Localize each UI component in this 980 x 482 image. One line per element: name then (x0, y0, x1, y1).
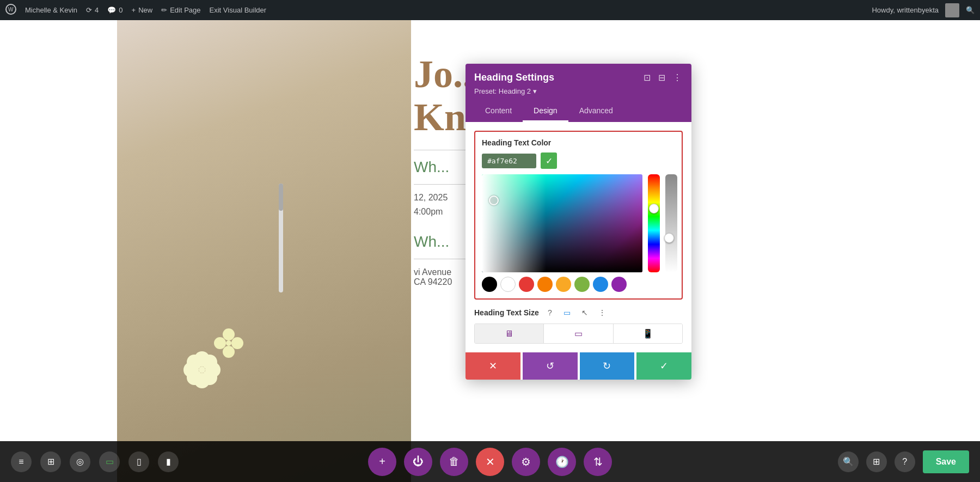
swatch-green[interactable] (574, 277, 590, 292)
panel-tabs: Content Design Advanced (474, 101, 683, 122)
photo-background (117, 20, 411, 482)
swatch-blue[interactable] (593, 277, 608, 292)
main-content: Jo... Kn... Wh... 12, 2025 4:00pm Wh... … (0, 20, 980, 482)
admin-bar: W Michelle & Kevin ⟳ 4 💬 0 + New ✏ Edit … (0, 0, 980, 20)
hue-slider-handle[interactable] (649, 204, 659, 213)
desktop-icon: 🖥 (505, 329, 513, 339)
trash-btn[interactable]: 🗑 (440, 448, 468, 476)
pencil-icon: ✏ (161, 6, 167, 14)
settings-btn[interactable]: ⚙ (512, 448, 540, 476)
color-gradient-picker[interactable] (482, 174, 642, 272)
preset-chevron-icon: ▾ (533, 87, 537, 95)
revisions-btn[interactable]: ⟳ 4 (86, 6, 99, 14)
panel-redo-btn[interactable]: ↻ (580, 352, 635, 380)
history-icon: 🕐 (555, 455, 569, 468)
color-section-label: Heading Text Color (482, 138, 675, 147)
alpha-slider-col (663, 174, 675, 272)
size-section: Heading Text Size ? ▭ ↖ ⋮ 🖥 ▭ 📱 (474, 306, 683, 344)
bottom-toolbar: ≡ ⊞ ◎ ▭ ▯ ▮ + ⏻ 🗑 ✕ ⚙ (0, 441, 980, 482)
right-sliders (648, 174, 675, 272)
new-btn[interactable]: + New (132, 6, 153, 14)
close-icon: ✕ (486, 455, 495, 468)
left-white-area (0, 20, 117, 482)
menu-icon: ≡ (19, 457, 23, 467)
revisions-icon: ⟳ (86, 6, 92, 14)
toolbar-search-btn[interactable]: ◎ (70, 452, 90, 472)
panel-title: Heading Settings (474, 72, 554, 83)
size-cursor-icon[interactable]: ↖ (578, 306, 591, 319)
mobile-icon: 📱 (642, 328, 653, 339)
toolbar-right: 🔍 ⊞ ? Save (838, 450, 969, 473)
power-btn[interactable]: ⏻ (404, 448, 432, 476)
panel-confirm-btn[interactable]: ✓ (636, 352, 691, 380)
alpha-slider-track[interactable] (665, 174, 677, 272)
color-picker-section: Heading Text Color ✓ (474, 131, 683, 300)
color-confirm-btn[interactable]: ✓ (541, 152, 557, 169)
howdy-label: Howdy, writtenbyekta (872, 6, 939, 14)
admin-search-icon[interactable]: 🔍 (966, 6, 975, 14)
panel-actions: ✕ ↺ ↻ ✓ (465, 352, 691, 380)
toolbar-menu-btn[interactable]: ≡ (11, 452, 32, 472)
search-right-icon: 🔍 (843, 456, 854, 467)
toolbar-help-btn[interactable]: ? (895, 452, 915, 472)
swatch-red[interactable] (519, 277, 534, 292)
size-more-icon[interactable]: ⋮ (596, 306, 609, 319)
hue-slider-col (648, 174, 660, 272)
exit-builder-btn[interactable]: Exit Visual Builder (210, 6, 267, 14)
desktop-device-btn[interactable]: 🖥 (475, 324, 544, 343)
history-btn[interactable]: 🕐 (548, 448, 576, 476)
tablet-device-btn[interactable]: ▭ (544, 324, 613, 343)
panel-undo-btn[interactable]: ↺ (523, 352, 578, 380)
color-hex-input[interactable] (482, 154, 536, 168)
responsive-btn[interactable]: ⇅ (584, 448, 612, 476)
color-swatches (482, 277, 675, 292)
toolbar-tablet-btn[interactable]: ▯ (128, 452, 149, 472)
toolbar-center: + ⏻ 🗑 ✕ ⚙ 🕐 ⇅ (368, 448, 612, 476)
panel-header: Heading Settings ⊡ ⊟ ⋮ Preset: Heading 2… (465, 64, 691, 122)
size-section-label: Heading Text Size (474, 308, 539, 317)
tab-advanced[interactable]: Advanced (568, 101, 624, 122)
swatch-black[interactable] (482, 277, 497, 292)
save-button[interactable]: Save (923, 450, 969, 473)
add-module-btn[interactable]: + (368, 448, 396, 476)
panel-cancel-btn[interactable]: ✕ (465, 352, 520, 380)
color-input-row: ✓ (482, 152, 675, 169)
grid-icon: ⊞ (47, 456, 54, 467)
swatch-purple[interactable] (611, 277, 627, 292)
toolbar-desktop-btn[interactable]: ▭ (99, 452, 120, 472)
mobile-device-btn[interactable]: 📱 (614, 324, 682, 343)
plus-toolbar-icon: + (379, 455, 385, 468)
tab-design[interactable]: Design (523, 101, 568, 122)
edit-page-btn[interactable]: ✏ Edit Page (161, 6, 200, 14)
plus-icon: + (132, 6, 136, 14)
toolbar-search-right-btn[interactable]: 🔍 (838, 452, 859, 472)
color-picker-handle[interactable] (489, 196, 499, 205)
panel-expand-btn[interactable]: ⊡ (642, 71, 652, 84)
close-toolbar-btn[interactable]: ✕ (476, 448, 504, 476)
scrollbar-track (279, 184, 283, 292)
mobile-toolbar-icon: ▮ (166, 456, 171, 467)
tablet-icon: ▭ (574, 328, 583, 339)
comments-btn[interactable]: 💬 0 (107, 6, 122, 14)
toolbar-layers-btn[interactable]: ⊞ (866, 452, 887, 472)
alpha-slider-handle[interactable] (664, 233, 674, 243)
wp-logo-icon: W (5, 4, 16, 16)
toolbar-mobile-btn[interactable]: ▮ (158, 452, 179, 472)
panel-preset[interactable]: Preset: Heading 2 ▾ (474, 87, 683, 95)
size-help-icon[interactable]: ? (543, 306, 556, 319)
swatch-orange[interactable] (537, 277, 553, 292)
panel-title-icons: ⊡ ⊟ ⋮ (642, 71, 683, 84)
scrollbar-thumb[interactable] (279, 184, 283, 211)
panel-more-btn[interactable]: ⋮ (672, 71, 683, 84)
hue-slider-track[interactable] (648, 174, 660, 272)
panel-collapse-btn[interactable]: ⊟ (657, 71, 666, 84)
swatch-white[interactable] (500, 277, 516, 292)
toolbar-grid-btn[interactable]: ⊞ (40, 452, 61, 472)
tab-content[interactable]: Content (474, 101, 523, 122)
size-device-icon[interactable]: ▭ (561, 306, 574, 319)
panel-body: Heading Text Color ✓ (465, 122, 691, 352)
site-name[interactable]: Michelle & Kevin (25, 6, 77, 14)
swatch-yellow[interactable] (556, 277, 571, 292)
user-avatar[interactable] (945, 3, 959, 17)
tablet-toolbar-icon: ▯ (137, 456, 142, 467)
